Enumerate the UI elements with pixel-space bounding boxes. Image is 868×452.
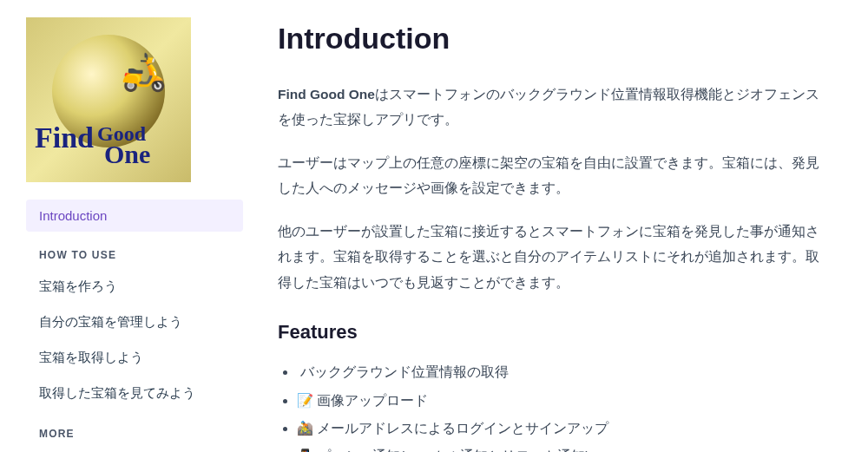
- sidebar-header-more: MORE: [26, 412, 243, 447]
- logo-text: FindGoodOne: [35, 126, 150, 165]
- features-heading: Features: [278, 321, 825, 344]
- main-content: Introduction Find Good Oneはスマートフォンのバックグラ…: [243, 0, 868, 452]
- page-title: Introduction: [278, 22, 825, 56]
- sidebar-item-introduction[interactable]: Introduction: [26, 200, 243, 232]
- feature-text: メールアドレスによるログインとサインアップ: [317, 421, 608, 436]
- feature-item: バックグラウンド位置情報の取得: [297, 359, 825, 384]
- sidebar: 🛵 FindGoodOne Introduction HOW TO USE 宝箱…: [0, 0, 243, 452]
- paragraph-2: ユーザーはマップ上の任意の座標に架空の宝箱を自由に設置できます。宝箱には、発見し…: [278, 150, 825, 201]
- features-list: バックグラウンド位置情報の取得 📝画像アップロード 🚵メールアドレスによるログイ…: [278, 359, 825, 452]
- phone-icon: 📱: [297, 449, 313, 452]
- feature-item: 🚵メールアドレスによるログインとサインアップ: [297, 416, 825, 441]
- note-icon: 📝: [297, 393, 313, 408]
- feature-text: プッシュ通知(ローカル通知とリモート通知): [317, 449, 589, 452]
- app-name: Find Good One: [278, 87, 375, 102]
- sidebar-item-create[interactable]: 宝箱を作ろう: [26, 270, 243, 304]
- paragraph-3: 他のユーザーが設置した宝箱に接近するとスマートフォンに宝箱を発見した事が通知され…: [278, 219, 825, 295]
- logo[interactable]: 🛵 FindGoodOne: [26, 17, 191, 182]
- bike-icon: 🚵: [297, 421, 313, 436]
- feature-item: 📱プッシュ通知(ローカル通知とリモート通知): [297, 443, 825, 452]
- sidebar-item-view[interactable]: 取得した宝箱を見てみよう: [26, 377, 243, 410]
- sidebar-item-manage[interactable]: 自分の宝箱を管理しよう: [26, 305, 243, 339]
- intro-paragraph: Find Good Oneはスマートフォンのバックグラウンド位置情報取得機能とジ…: [278, 82, 825, 133]
- feature-text: 画像アップロード: [317, 393, 428, 408]
- sidebar-item-community[interactable]: コミュニティ: [26, 449, 243, 452]
- sidebar-item-get[interactable]: 宝箱を取得しよう: [26, 341, 243, 375]
- sidebar-header-howto: HOW TO USE: [26, 233, 243, 268]
- logo-scooter-icon: 🛵: [122, 50, 167, 93]
- feature-item: 📝画像アップロード: [297, 388, 825, 413]
- feature-text: バックグラウンド位置情報の取得: [300, 364, 509, 379]
